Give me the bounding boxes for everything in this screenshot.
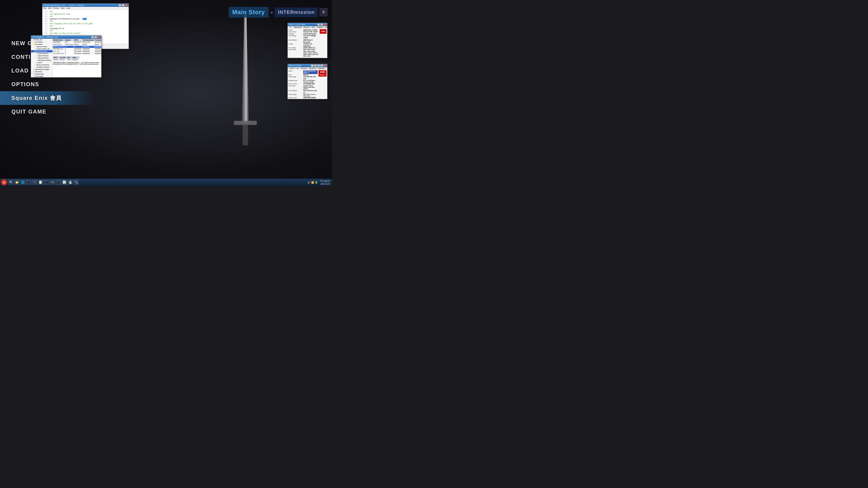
- taskbar-battery-icon[interactable]: 🔋: [315, 181, 318, 184]
- pe-tree-import-directory[interactable]: 📂 Data Directories: [31, 50, 53, 53]
- cpuz-window: CPU-Z 1.97.0.x64 V ─ ✕ CPU Mainboard Mem…: [287, 23, 328, 58]
- cpuz-value: Socket AM4 (1331): [303, 33, 319, 35]
- notepad-minimize[interactable]: ─: [119, 4, 121, 6]
- notepad-menu-view[interactable]: View: [61, 7, 64, 9]
- pe-minimize[interactable]: ─: [91, 36, 94, 38]
- table-row[interactable]: kernel32.dll1053158800000000000000000053…: [53, 53, 101, 55]
- notepad-menu-edit[interactable]: Edit: [48, 7, 51, 9]
- menu-item-options[interactable]: OPTIONS: [0, 77, 96, 91]
- svg-marker-0: [242, 14, 249, 123]
- gpuz-info: Name AMD Radeon RX 6800 XT GPU Navi 21 T…: [288, 70, 318, 99]
- table-row[interactable]: BoundBoundUsedbplace: [53, 59, 79, 61]
- start-button[interactable]: ⊞: [1, 179, 7, 186]
- table-row-selected[interactable]: MSVCP140.dll4100000000000000000053167840…: [53, 46, 101, 48]
- taskbar-volume-icon[interactable]: 📶: [311, 181, 314, 184]
- pe-tree-item[interactable]: 📂 Nt Headers: [31, 43, 53, 45]
- cpuz-tab-mainboard[interactable]: Mainboard: [293, 26, 303, 28]
- taskbar-icon-misc2[interactable]: 💾: [67, 180, 73, 185]
- pe-hex-rows: 000000005316B51C 00000005316B51C : 048 C…: [53, 62, 101, 65]
- taskbar-icon-steam[interactable]: 🗂: [56, 180, 61, 185]
- table-row[interactable]: EP32CRK.dll10531681600000000000000000531…: [53, 48, 101, 51]
- cpuz-tab-spd[interactable]: SPD: [311, 26, 316, 28]
- gpuz-tab-sensors[interactable]: Sensors: [300, 67, 308, 69]
- taskbar-icon-game[interactable]: 🎮: [50, 180, 55, 185]
- col-fwd: ForwarderChain: [94, 39, 101, 41]
- notepad-controls: ─ □ ✕: [119, 4, 128, 6]
- gpuz-value: Navi 21: [303, 74, 318, 76]
- pe-tree-item[interactable]: 🔧 Import Adder: [31, 75, 53, 77]
- pe-tree-item[interactable]: 📄 Optional Header: [31, 45, 53, 48]
- taskbar-clock[interactable]: 下午 06:37 2021/11/3: [318, 180, 331, 185]
- gpuz-title: GPU-Z 2.44.0: [289, 65, 302, 67]
- taskbar-icon-misc3[interactable]: 🔧: [73, 180, 79, 185]
- taskbar-system-tray: 🔊 📶 🔋: [307, 181, 318, 184]
- taskbar-icon-tray: 🔍 📁 🌐 ✉ 🎵 📝 ⚙ 🎮 🗂 📊 💾 🔧: [8, 180, 307, 185]
- pe-tree-item[interactable]: 🔧 Hex Editor: [31, 71, 53, 73]
- cpuz-tab-bench[interactable]: Bench: [324, 26, 328, 28]
- taskbar-network-icon[interactable]: 🔊: [308, 181, 310, 184]
- pe-tree-item[interactable]: 🔧 Disassembler: [31, 73, 53, 75]
- pe-close[interactable]: ✕: [98, 36, 100, 38]
- pe-main-panel: Module Name Imports OFTs TimeDateStamp F…: [53, 39, 101, 77]
- cpuz-minimize[interactable]: ─: [320, 24, 323, 26]
- pe-tree-item[interactable]: 📄 FFmods_exe: [31, 39, 53, 41]
- pe-tree-item[interactable]: 📄 Relocation Directory: [31, 59, 53, 62]
- cpuz-info: Name AMD Ryzen 7 5700G Code Name Vermeer…: [288, 29, 319, 58]
- menu-item-quit-game[interactable]: QUIT GAME: [0, 105, 96, 119]
- pe-tree-item[interactable]: 📂 Dos Header: [31, 41, 53, 43]
- windows-icon: ⊞: [3, 181, 5, 184]
- cpuz-label: Instructions: [288, 49, 303, 57]
- cpuz-label: Family: [288, 43, 303, 47]
- gpuz-btn2[interactable]: ○: [314, 65, 317, 67]
- gpuz-minimize[interactable]: ─: [320, 65, 323, 67]
- cpuz-label: Clocks (Core #0): [288, 58, 303, 58]
- notepad-menu-format[interactable]: Format: [53, 7, 59, 9]
- pe-maximize[interactable]: □: [94, 36, 97, 38]
- cpuz-tab-memory[interactable]: Memory: [303, 26, 311, 28]
- pe-tree-item[interactable]: 🔧 Dependencies Walker: [31, 68, 53, 71]
- gpuz-tab-advanced[interactable]: Advanced: [308, 67, 317, 69]
- notepad-menu-help[interactable]: Help: [66, 7, 70, 9]
- gpuz-tab-validation[interactable]: Validation: [317, 67, 326, 69]
- pe-tree-item[interactable]: 📄 Debug Directory: [31, 57, 53, 59]
- gpuz-btn1[interactable]: ▣: [311, 65, 313, 67]
- pe-tree-item[interactable]: 📄 Resource Directory: [31, 64, 53, 66]
- cpuz-validate[interactable]: V: [317, 24, 320, 26]
- gpuz-btn3[interactable]: □: [317, 65, 320, 67]
- gpuz-tab-graphics[interactable]: Graphics Card: [288, 67, 300, 69]
- pe-tree-item[interactable]: 📄 .s.cpt.dll: [31, 62, 53, 64]
- gpuz-close[interactable]: ✕: [323, 65, 326, 67]
- table-row[interactable]: FunctionsFunctionsBoundBoundBoundBoundBo…: [53, 43, 101, 46]
- cpuz-tab-graphics[interactable]: Graphics: [316, 26, 324, 28]
- gpuz-value: PCIe x16 4.0 @ x16 4.0: [303, 90, 318, 94]
- notepad-close[interactable]: ✕: [125, 4, 128, 6]
- pe-detail-panel: OFTsFir-RVAHintName BoundBoundUsedbplace…: [53, 56, 101, 65]
- cpuz-close[interactable]: ✕: [323, 24, 326, 26]
- cpuz-tab-cpu[interactable]: CPU: [288, 26, 293, 28]
- pe-tree-item[interactable]: 📄 Export Directory: [31, 53, 53, 55]
- cpuz-label: Technology: [288, 35, 303, 39]
- table-row[interactable]: ext.dll105314880000000000000000005314872…: [53, 51, 101, 53]
- taskbar-icon-media[interactable]: 🎵: [32, 180, 37, 185]
- gpuz-label: Technology: [288, 76, 303, 80]
- notepad-menu-file[interactable]: File: [43, 7, 46, 9]
- pe-tree-item[interactable]: 📄 Section Headers (3): [31, 48, 53, 50]
- pe-tree-item[interactable]: 📄 Import Directory: [31, 55, 53, 57]
- story-arrow-icon: »: [271, 9, 273, 15]
- pe-tree-item[interactable]: 📄 Exception Directory: [31, 66, 53, 68]
- taskbar-icon-files[interactable]: 📁: [14, 180, 20, 185]
- story-close-button[interactable]: X: [320, 8, 328, 16]
- taskbar-icon-search[interactable]: 🔍: [8, 180, 14, 185]
- taskbar-icon-misc1[interactable]: 📊: [62, 180, 67, 185]
- taskbar-icon-settings[interactable]: ⚙: [44, 180, 49, 185]
- menu-item-square-enix[interactable]: Square Enix 會員: [0, 91, 96, 105]
- table-row[interactable]: 05316B52N/A0531470405314704C053147800531…: [53, 41, 101, 43]
- taskbar-icon-browser[interactable]: 🌐: [20, 180, 26, 185]
- taskbar-icon-mail[interactable]: ✉: [26, 180, 31, 185]
- cpuz-titlebar: CPU-Z 1.97.0.x64 V ─ ✕: [288, 23, 327, 26]
- notepad-maximize[interactable]: □: [122, 4, 124, 6]
- gpuz-value: 202.5 GPix/s Texture: 405.2 GFx/s: [303, 94, 318, 97]
- pe-title: CFF Explorer - FFmods_exe: [32, 36, 58, 38]
- cpuz-value: AMD Ryzen 7 5700G: [303, 29, 319, 31]
- taskbar-icon-notepad[interactable]: 📝: [38, 180, 43, 185]
